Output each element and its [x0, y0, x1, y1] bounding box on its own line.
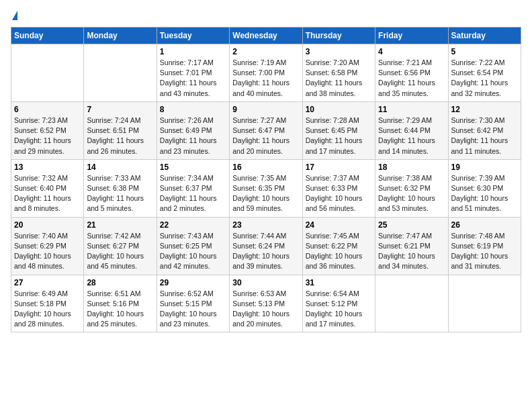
- day-info: Sunrise: 7:28 AM Sunset: 6:45 PM Dayligh…: [306, 116, 372, 156]
- day-number: 1: [160, 47, 226, 56]
- calendar-cell: 23Sunrise: 7:44 AM Sunset: 6:24 PM Dayli…: [230, 217, 302, 275]
- day-number: 24: [306, 220, 372, 230]
- calendar-cell: 4Sunrise: 7:21 AM Sunset: 6:56 PM Daylig…: [375, 44, 448, 102]
- calendar-cell: 9Sunrise: 7:27 AM Sunset: 6:47 PM Daylig…: [230, 101, 302, 159]
- day-number: 4: [378, 47, 445, 56]
- calendar-cell: 16Sunrise: 7:35 AM Sunset: 6:35 PM Dayli…: [230, 159, 302, 217]
- day-of-week-header: Thursday: [302, 28, 375, 44]
- calendar-cell: [84, 44, 157, 102]
- day-number: 16: [232, 163, 299, 172]
- day-info: Sunrise: 6:53 AM Sunset: 5:13 PM Dayligh…: [232, 289, 299, 330]
- calendar-cell: 12Sunrise: 7:30 AM Sunset: 6:42 PM Dayli…: [448, 101, 521, 159]
- day-info: Sunrise: 7:27 AM Sunset: 6:47 PM Dayligh…: [232, 116, 299, 156]
- day-number: 18: [378, 163, 445, 172]
- calendar-cell: 25Sunrise: 7:47 AM Sunset: 6:21 PM Dayli…: [375, 217, 448, 275]
- day-of-week-header: Tuesday: [157, 28, 229, 44]
- day-number: 11: [378, 105, 445, 114]
- calendar-cell: 1Sunrise: 7:17 AM Sunset: 7:01 PM Daylig…: [157, 44, 229, 102]
- day-info: Sunrise: 6:49 AM Sunset: 5:18 PM Dayligh…: [14, 289, 81, 330]
- calendar-cell: 27Sunrise: 6:49 AM Sunset: 5:18 PM Dayli…: [11, 275, 84, 332]
- page-header: [11, 11, 521, 20]
- day-info: Sunrise: 7:19 AM Sunset: 7:00 PM Dayligh…: [232, 58, 299, 99]
- day-info: Sunrise: 7:38 AM Sunset: 6:32 PM Dayligh…: [378, 173, 445, 214]
- day-number: 21: [87, 220, 153, 230]
- calendar-cell: 31Sunrise: 6:54 AM Sunset: 5:12 PM Dayli…: [302, 275, 375, 332]
- day-number: 2: [232, 47, 299, 56]
- day-number: 25: [378, 220, 445, 230]
- day-number: 17: [306, 163, 372, 172]
- day-info: Sunrise: 7:21 AM Sunset: 6:56 PM Dayligh…: [378, 58, 445, 99]
- calendar-cell: 3Sunrise: 7:20 AM Sunset: 6:58 PM Daylig…: [302, 44, 375, 102]
- calendar-week-row: 13Sunrise: 7:32 AM Sunset: 6:40 PM Dayli…: [11, 159, 521, 217]
- calendar-cell: [375, 275, 448, 332]
- day-info: Sunrise: 7:48 AM Sunset: 6:19 PM Dayligh…: [451, 231, 518, 272]
- calendar-week-row: 27Sunrise: 6:49 AM Sunset: 5:18 PM Dayli…: [11, 275, 521, 332]
- calendar-header-row: SundayMondayTuesdayWednesdayThursdayFrid…: [11, 28, 521, 44]
- calendar-cell: 18Sunrise: 7:38 AM Sunset: 6:32 PM Dayli…: [375, 159, 448, 217]
- day-info: Sunrise: 7:32 AM Sunset: 6:40 PM Dayligh…: [14, 173, 81, 214]
- day-info: Sunrise: 7:30 AM Sunset: 6:42 PM Dayligh…: [451, 116, 518, 156]
- day-info: Sunrise: 6:52 AM Sunset: 5:15 PM Dayligh…: [160, 289, 226, 330]
- calendar-week-row: 1Sunrise: 7:17 AM Sunset: 7:01 PM Daylig…: [11, 44, 521, 102]
- logo-triangle-icon: [12, 11, 17, 20]
- day-info: Sunrise: 7:40 AM Sunset: 6:29 PM Dayligh…: [14, 231, 81, 272]
- day-number: 27: [14, 278, 81, 287]
- day-number: 26: [451, 220, 518, 230]
- day-number: 23: [232, 220, 299, 230]
- calendar-cell: 19Sunrise: 7:39 AM Sunset: 6:30 PM Dayli…: [448, 159, 521, 217]
- calendar-cell: 26Sunrise: 7:48 AM Sunset: 6:19 PM Dayli…: [448, 217, 521, 275]
- day-number: 3: [306, 47, 372, 56]
- day-number: 9: [232, 105, 299, 114]
- day-number: 19: [451, 163, 518, 172]
- day-of-week-header: Sunday: [11, 28, 84, 44]
- day-number: 14: [87, 163, 153, 172]
- day-number: 5: [451, 47, 518, 56]
- day-number: 29: [160, 278, 226, 287]
- calendar-cell: 13Sunrise: 7:32 AM Sunset: 6:40 PM Dayli…: [11, 159, 84, 217]
- day-number: 31: [306, 278, 372, 287]
- day-info: Sunrise: 7:26 AM Sunset: 6:49 PM Dayligh…: [160, 116, 226, 156]
- day-info: Sunrise: 7:44 AM Sunset: 6:24 PM Dayligh…: [232, 231, 299, 272]
- calendar-cell: 17Sunrise: 7:37 AM Sunset: 6:33 PM Dayli…: [302, 159, 375, 217]
- day-info: Sunrise: 7:33 AM Sunset: 6:38 PM Dayligh…: [87, 173, 153, 214]
- calendar-cell: 22Sunrise: 7:43 AM Sunset: 6:25 PM Dayli…: [157, 217, 229, 275]
- calendar-cell: 21Sunrise: 7:42 AM Sunset: 6:27 PM Dayli…: [84, 217, 157, 275]
- day-info: Sunrise: 6:54 AM Sunset: 5:12 PM Dayligh…: [306, 289, 372, 330]
- day-number: 15: [160, 163, 226, 172]
- calendar-cell: 10Sunrise: 7:28 AM Sunset: 6:45 PM Dayli…: [302, 101, 375, 159]
- day-info: Sunrise: 7:39 AM Sunset: 6:30 PM Dayligh…: [451, 173, 518, 214]
- calendar-cell: 30Sunrise: 6:53 AM Sunset: 5:13 PM Dayli…: [230, 275, 302, 332]
- calendar-cell: 24Sunrise: 7:45 AM Sunset: 6:22 PM Dayli…: [302, 217, 375, 275]
- day-of-week-header: Friday: [375, 28, 448, 44]
- calendar-cell: 15Sunrise: 7:34 AM Sunset: 6:37 PM Dayli…: [157, 159, 229, 217]
- calendar-cell: 20Sunrise: 7:40 AM Sunset: 6:29 PM Dayli…: [11, 217, 84, 275]
- day-info: Sunrise: 6:51 AM Sunset: 5:16 PM Dayligh…: [87, 289, 153, 330]
- day-info: Sunrise: 7:47 AM Sunset: 6:21 PM Dayligh…: [378, 231, 445, 272]
- calendar-cell: 7Sunrise: 7:24 AM Sunset: 6:51 PM Daylig…: [84, 101, 157, 159]
- day-info: Sunrise: 7:29 AM Sunset: 6:44 PM Dayligh…: [378, 116, 445, 156]
- calendar-cell: 2Sunrise: 7:19 AM Sunset: 7:00 PM Daylig…: [230, 44, 302, 102]
- calendar-table: SundayMondayTuesdayWednesdayThursdayFrid…: [11, 27, 521, 332]
- calendar-week-row: 6Sunrise: 7:23 AM Sunset: 6:52 PM Daylig…: [11, 101, 521, 159]
- day-info: Sunrise: 7:43 AM Sunset: 6:25 PM Dayligh…: [160, 231, 226, 272]
- calendar-week-row: 20Sunrise: 7:40 AM Sunset: 6:29 PM Dayli…: [11, 217, 521, 275]
- day-number: 12: [451, 105, 518, 114]
- day-of-week-header: Saturday: [448, 28, 521, 44]
- day-number: 20: [14, 220, 81, 230]
- calendar-cell: 11Sunrise: 7:29 AM Sunset: 6:44 PM Dayli…: [375, 101, 448, 159]
- day-of-week-header: Monday: [84, 28, 157, 44]
- day-info: Sunrise: 7:20 AM Sunset: 6:58 PM Dayligh…: [306, 58, 372, 99]
- calendar-cell: 6Sunrise: 7:23 AM Sunset: 6:52 PM Daylig…: [11, 101, 84, 159]
- day-number: 8: [160, 105, 226, 114]
- day-info: Sunrise: 7:45 AM Sunset: 6:22 PM Dayligh…: [306, 231, 372, 272]
- calendar-cell: 28Sunrise: 6:51 AM Sunset: 5:16 PM Dayli…: [84, 275, 157, 332]
- calendar-cell: 8Sunrise: 7:26 AM Sunset: 6:49 PM Daylig…: [157, 101, 229, 159]
- day-info: Sunrise: 7:37 AM Sunset: 6:33 PM Dayligh…: [306, 173, 372, 214]
- day-number: 30: [232, 278, 299, 287]
- day-info: Sunrise: 7:24 AM Sunset: 6:51 PM Dayligh…: [87, 116, 153, 156]
- day-info: Sunrise: 7:22 AM Sunset: 6:54 PM Dayligh…: [451, 58, 518, 99]
- day-info: Sunrise: 7:35 AM Sunset: 6:35 PM Dayligh…: [232, 173, 299, 214]
- day-info: Sunrise: 7:42 AM Sunset: 6:27 PM Dayligh…: [87, 231, 153, 272]
- day-number: 10: [306, 105, 372, 114]
- day-number: 6: [14, 105, 81, 114]
